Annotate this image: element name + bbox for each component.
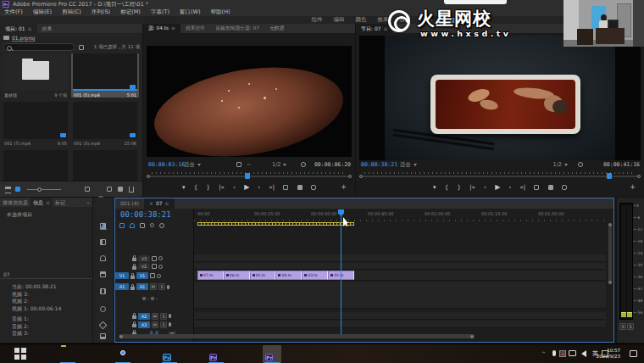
program-timecode[interactable]: 00:00:38:21 (361, 159, 397, 170)
settings-wrench-icon[interactable] (578, 162, 583, 167)
add-marker-icon[interactable]: ▾ (182, 184, 186, 191)
source-timecode[interactable]: 00:00:03:16 (148, 159, 185, 170)
source-patch-a1[interactable]: A1 (115, 283, 129, 290)
toggle-track-output-icon[interactable] (158, 256, 163, 260)
automate-to-sequence-icon[interactable] (85, 187, 90, 192)
program-video-viewport[interactable] (359, 36, 641, 160)
timeline-clip[interactable]: 05.ts (250, 271, 276, 280)
mark-out-icon[interactable]: } (207, 184, 210, 191)
zoom-to-fit-tool[interactable] (100, 288, 107, 295)
timeline-settings-icon[interactable] (159, 223, 164, 228)
source-video-viewport[interactable] (147, 46, 352, 157)
clip-scrub-bar[interactable] (73, 89, 137, 91)
timeline-horizontal-scrollbar[interactable] (119, 334, 475, 338)
tray-expand-icon[interactable]: ^ (541, 350, 546, 356)
tab-overflow-icon[interactable]: » (84, 198, 92, 207)
lock-icon[interactable] (132, 264, 136, 270)
scrub-left-handle[interactable] (147, 175, 150, 178)
project-item-clip-selected[interactable]: 001 (5).mp45:01 (71, 53, 139, 98)
solo-button[interactable]: S (160, 313, 167, 320)
lock-icon[interactable] (130, 284, 135, 290)
tab-source[interactable]: 源: 04.ts≡ (143, 24, 180, 33)
close-icon[interactable]: × (149, 200, 153, 206)
panel-menu-icon[interactable]: ≡ (171, 25, 175, 31)
selection-tool[interactable] (100, 206, 107, 213)
menu-clip[interactable]: 剪辑(C) (58, 8, 86, 16)
tab-media-browser[interactable]: 媒体浏览器 (0, 198, 31, 207)
lock-icon[interactable] (132, 321, 136, 327)
menu-titles[interactable]: 字幕(T) (147, 8, 174, 16)
snap-icon[interactable] (130, 223, 135, 228)
program-zoom-select[interactable]: 适合 (400, 159, 417, 170)
voiceover-record-icon[interactable] (169, 322, 171, 327)
step-forward-icon[interactable]: › (258, 184, 261, 191)
track-target-v3[interactable]: V3 (138, 255, 150, 262)
timeline-clip[interactable]: 04.ts (275, 271, 302, 280)
menu-sequence[interactable]: 序列(S) (87, 8, 114, 16)
sync-lock-icon[interactable] (152, 264, 157, 269)
button-editor-icon[interactable]: + (341, 181, 347, 194)
icon-view-icon[interactable] (15, 187, 20, 192)
workspace-tab-color[interactable]: 颜色 (356, 16, 367, 24)
speaker-icon[interactable] (581, 350, 586, 357)
chrome-icon[interactable] (116, 347, 130, 360)
track-lane-a1[interactable] (194, 282, 606, 309)
panel-menu-icon[interactable]: ≡ (46, 199, 50, 205)
mark-in-icon[interactable]: { (194, 184, 197, 191)
audio-meter[interactable] (619, 203, 633, 320)
taskbar-clock[interactable]: 10:57 2020/9/23 (597, 348, 620, 360)
track-lane-v1[interactable]: 07.ts 06.ts 05.ts 04.ts 03.ts 02.ts (194, 271, 606, 281)
export-frame-icon[interactable] (311, 185, 316, 190)
overwrite-icon[interactable] (297, 185, 303, 190)
new-item-icon[interactable] (118, 187, 123, 192)
toggle-track-output-icon[interactable] (157, 274, 161, 278)
prev-keyframe-icon[interactable]: ‹ (147, 296, 149, 301)
notification-center-icon[interactable] (630, 350, 637, 357)
premiere-taskbar-icon-active[interactable]: Pr (265, 347, 279, 360)
new-bin-icon[interactable] (107, 187, 112, 192)
go-to-in-icon[interactable]: |« (469, 184, 475, 191)
program-scrub-bar[interactable] (359, 171, 641, 178)
menu-file[interactable]: 文件(F) (0, 8, 27, 16)
tab-metadata[interactable]: 元数据 (264, 24, 289, 33)
zoom-slider-knob[interactable] (37, 187, 42, 192)
work-area-bar[interactable] (197, 222, 354, 226)
toggle-track-output-icon[interactable] (158, 265, 163, 269)
timeline-timecode[interactable]: 00:00:38:21 (120, 210, 171, 219)
search-input[interactable] (3, 43, 75, 51)
start-button[interactable] (14, 347, 28, 360)
track-lane-v3[interactable] (194, 254, 606, 262)
program-playhead[interactable] (607, 173, 612, 179)
track-lane-a3[interactable] (194, 321, 606, 328)
tab-audio-clip-mixer[interactable]: 音频剪辑混合器: 07 (210, 24, 264, 33)
lock-icon[interactable] (132, 255, 136, 261)
mark-out-icon[interactable]: } (458, 184, 461, 191)
menu-window[interactable]: 窗口(W) (175, 8, 205, 16)
premiere-taskbar-icon[interactable]: Pr (209, 347, 223, 360)
settings-wrench-icon[interactable] (301, 162, 306, 167)
timeline-clip[interactable]: 07.ts (197, 271, 224, 280)
eyedropper-tool[interactable] (100, 306, 107, 313)
chat-icon[interactable] (569, 350, 576, 356)
solo-button[interactable]: S (160, 321, 167, 328)
project-item-clip[interactable]: 001 (8).mp4 (71, 150, 139, 181)
track-target-a2[interactable]: A2 (138, 313, 150, 320)
source-playhead[interactable] (245, 173, 250, 179)
solo-left-button[interactable]: S (619, 323, 626, 330)
panel-menu-icon[interactable]: ≡ (28, 25, 32, 31)
microphone-icon[interactable] (552, 350, 556, 356)
voiceover-record-icon[interactable] (167, 285, 169, 289)
solo-right-button[interactable]: S (627, 323, 634, 330)
recorder-icon[interactable] (559, 350, 566, 357)
ripple-edit-tool[interactable] (100, 239, 107, 246)
source-zoom-select[interactable]: 适合 (184, 159, 201, 170)
source-patch-v1[interactable]: V1 (115, 272, 129, 279)
pen-tool[interactable] (100, 322, 107, 329)
program-resolution-select[interactable]: 1/2 (553, 159, 568, 170)
tab-project[interactable]: 项目: 01≡ (0, 24, 37, 33)
keyframe-icon[interactable] (151, 297, 154, 300)
play-button[interactable]: ▶ (244, 183, 249, 191)
track-lane-v2[interactable] (194, 263, 606, 270)
export-frame-icon[interactable] (562, 185, 567, 190)
mute-button[interactable]: M (150, 283, 157, 290)
